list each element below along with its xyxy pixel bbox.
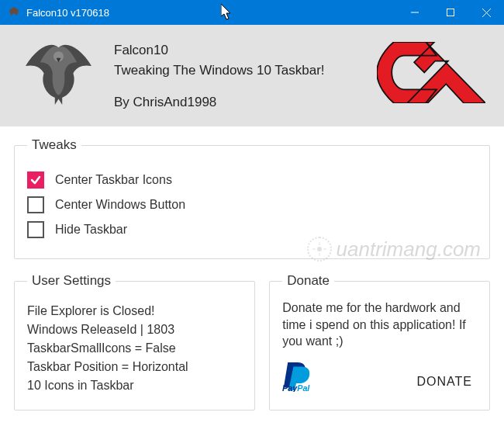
checkbox-icon[interactable] [27, 221, 44, 238]
user-settings-legend: User Settings [27, 273, 116, 289]
maximize-button[interactable] [433, 0, 468, 25]
header-text: Falcon10 Tweaking The Windows 10 Taskbar… [114, 40, 358, 113]
header-banner: Falcon10 Tweaking The Windows 10 Taskbar… [0, 25, 504, 126]
minimize-button[interactable] [397, 0, 433, 25]
app-tagline: Tweaking The Windows 10 Taskbar! [114, 61, 358, 81]
donate-text: Donate me for the hardwork and time i sp… [282, 300, 477, 350]
setting-line: Taskbar Position = Horizontal [27, 360, 242, 374]
tweak-label: Center Taskbar Icons [55, 173, 172, 187]
app-byline: By ChrisAnd1998 [114, 92, 358, 113]
window-controls [397, 0, 504, 25]
tweak-center-windows-button[interactable]: Center Windows Button [27, 196, 477, 213]
donate-button[interactable]: DONATE [413, 372, 477, 392]
window-title: Falcon10 v170618 [26, 7, 397, 19]
donate-legend: Donate [282, 273, 334, 289]
setting-line: 10 Icons in Taskbar [27, 379, 242, 393]
eagle-icon [22, 40, 95, 106]
setting-line: File Explorer is Closed! [27, 304, 242, 318]
tweak-label: Center Windows Button [55, 198, 185, 212]
checkbox-icon[interactable] [27, 196, 44, 213]
tweak-hide-taskbar[interactable]: Hide Taskbar [27, 221, 477, 238]
content-area: Tweaks Center Taskbar Icons Center Windo… [0, 126, 504, 423]
svg-text:PayPal: PayPal [282, 383, 310, 392]
close-button[interactable] [468, 0, 504, 25]
app-icon [8, 6, 20, 19]
app-name: Falcon10 [114, 40, 358, 61]
user-settings-group: User Settings File Explorer is Closed! W… [14, 273, 255, 410]
window-titlebar: Falcon10 v170618 [0, 0, 504, 25]
donate-group: Donate Donate me for the hardwork and ti… [269, 273, 490, 410]
tweak-label: Hide Taskbar [55, 223, 127, 237]
tweak-center-taskbar-icons[interactable]: Center Taskbar Icons [27, 171, 477, 189]
setting-line: TaskbarSmallIcons = False [27, 341, 242, 355]
checkbox-icon[interactable] [27, 171, 44, 189]
svg-rect-1 [447, 9, 454, 16]
ca-logo [377, 42, 485, 106]
setting-line: Windows ReleaseId | 1803 [27, 323, 242, 337]
paypal-logo[interactable]: PayPal [282, 361, 338, 392]
tweaks-legend: Tweaks [27, 137, 81, 153]
tweaks-group: Tweaks Center Taskbar Icons Center Windo… [14, 137, 490, 259]
